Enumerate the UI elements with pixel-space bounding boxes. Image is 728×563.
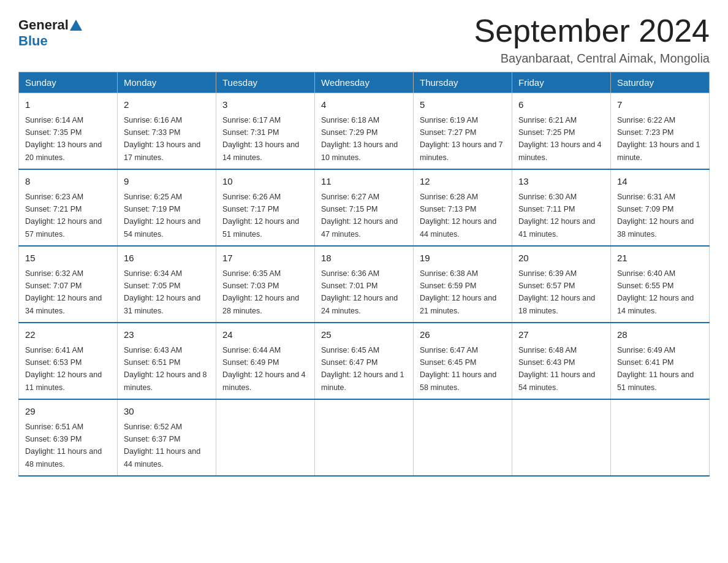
logo-blue-text: Blue [18,33,48,48]
day-number: 15 [25,251,111,266]
calendar-cell: 27 Sunrise: 6:48 AMSunset: 6:43 PMDaylig… [512,323,611,399]
day-info: Sunrise: 6:30 AMSunset: 7:11 PMDaylight:… [518,193,595,239]
weekday-header-monday: Monday [118,72,216,93]
day-info: Sunrise: 6:31 AMSunset: 7:09 PMDaylight:… [617,193,694,239]
calendar-cell [216,399,315,476]
day-number: 30 [124,405,210,419]
calendar-cell: 29 Sunrise: 6:51 AMSunset: 6:39 PMDaylig… [19,399,118,476]
calendar-cell: 8 Sunrise: 6:23 AMSunset: 7:21 PMDayligh… [19,169,118,246]
calendar-week-row: 1 Sunrise: 6:14 AMSunset: 7:35 PMDayligh… [19,93,710,170]
day-info: Sunrise: 6:38 AMSunset: 6:59 PMDaylight:… [420,269,496,315]
day-info: Sunrise: 6:32 AMSunset: 7:07 PMDaylight:… [25,269,102,315]
day-number: 2 [124,98,210,112]
day-number: 8 [25,175,111,189]
day-info: Sunrise: 6:43 AMSunset: 6:51 PMDaylight:… [124,346,207,392]
calendar-cell: 10 Sunrise: 6:26 AMSunset: 7:17 PMDaylig… [216,169,315,246]
calendar-cell: 1 Sunrise: 6:14 AMSunset: 7:35 PMDayligh… [19,93,118,170]
day-info: Sunrise: 6:27 AMSunset: 7:15 PMDaylight:… [321,193,398,239]
calendar-cell: 30 Sunrise: 6:52 AMSunset: 6:37 PMDaylig… [118,399,216,476]
day-info: Sunrise: 6:14 AMSunset: 7:35 PMDaylight:… [25,116,102,162]
calendar-cell [414,399,512,476]
day-number: 7 [617,98,703,112]
day-info: Sunrise: 6:21 AMSunset: 7:25 PMDaylight:… [518,116,602,162]
calendar-week-row: 15 Sunrise: 6:32 AMSunset: 7:07 PMDaylig… [19,246,710,323]
logo-triangle-icon [70,20,82,31]
weekday-header-friday: Friday [512,72,611,93]
day-number: 20 [518,251,604,266]
day-number: 29 [25,405,111,419]
day-number: 17 [222,251,308,266]
calendar-cell: 18 Sunrise: 6:36 AMSunset: 7:01 PMDaylig… [315,246,414,323]
calendar-week-row: 8 Sunrise: 6:23 AMSunset: 7:21 PMDayligh… [19,169,710,246]
day-info: Sunrise: 6:22 AMSunset: 7:23 PMDaylight:… [617,116,700,162]
day-number: 9 [124,175,210,189]
day-info: Sunrise: 6:52 AMSunset: 6:37 PMDaylight:… [124,423,200,469]
calendar-cell: 3 Sunrise: 6:17 AMSunset: 7:31 PMDayligh… [216,93,315,170]
calendar-cell: 23 Sunrise: 6:43 AMSunset: 6:51 PMDaylig… [118,323,216,399]
calendar-cell: 24 Sunrise: 6:44 AMSunset: 6:49 PMDaylig… [216,323,315,399]
weekday-header-wednesday: Wednesday [315,72,414,93]
day-info: Sunrise: 6:34 AMSunset: 7:05 PMDaylight:… [124,269,200,315]
day-number: 24 [222,328,308,342]
day-number: 18 [321,251,407,266]
logo-general-text: General [18,17,69,33]
day-info: Sunrise: 6:23 AMSunset: 7:21 PMDaylight:… [25,193,102,239]
day-info: Sunrise: 6:18 AMSunset: 7:29 PMDaylight:… [321,116,398,162]
calendar-cell [512,399,611,476]
day-info: Sunrise: 6:40 AMSunset: 6:55 PMDaylight:… [617,269,694,315]
day-info: Sunrise: 6:39 AMSunset: 6:57 PMDaylight:… [518,269,595,315]
logo: General Blue [18,17,83,49]
calendar-cell: 4 Sunrise: 6:18 AMSunset: 7:29 PMDayligh… [315,93,414,170]
day-number: 6 [518,98,604,112]
day-number: 1 [25,98,111,112]
day-number: 12 [420,175,506,189]
weekday-header-tuesday: Tuesday [216,72,315,93]
day-number: 23 [124,328,210,342]
location-title: Bayanbaraat, Central Aimak, Mongolia [474,52,710,66]
day-number: 26 [420,328,506,342]
day-info: Sunrise: 6:19 AMSunset: 7:27 PMDaylight:… [420,116,503,162]
day-info: Sunrise: 6:51 AMSunset: 6:39 PMDaylight:… [25,423,102,469]
calendar-header-row: SundayMondayTuesdayWednesdayThursdayFrid… [19,72,710,93]
calendar-week-row: 22 Sunrise: 6:41 AMSunset: 6:53 PMDaylig… [19,323,710,399]
calendar-cell: 16 Sunrise: 6:34 AMSunset: 7:05 PMDaylig… [118,246,216,323]
title-area: September 2024 Bayanbaraat, Central Aima… [474,12,710,66]
day-info: Sunrise: 6:36 AMSunset: 7:01 PMDaylight:… [321,269,398,315]
header: General Blue September 2024 Bayanbaraat,… [18,12,710,66]
day-number: 13 [518,175,604,189]
day-info: Sunrise: 6:35 AMSunset: 7:03 PMDaylight:… [222,269,299,315]
day-info: Sunrise: 6:47 AMSunset: 6:45 PMDaylight:… [420,346,496,392]
day-info: Sunrise: 6:49 AMSunset: 6:41 PMDaylight:… [617,346,694,392]
calendar-cell: 26 Sunrise: 6:47 AMSunset: 6:45 PMDaylig… [414,323,512,399]
day-number: 4 [321,98,407,112]
day-number: 5 [420,98,506,112]
calendar-cell: 5 Sunrise: 6:19 AMSunset: 7:27 PMDayligh… [414,93,512,170]
day-info: Sunrise: 6:17 AMSunset: 7:31 PMDaylight:… [222,116,299,162]
day-info: Sunrise: 6:25 AMSunset: 7:19 PMDaylight:… [124,193,200,239]
calendar-cell: 21 Sunrise: 6:40 AMSunset: 6:55 PMDaylig… [611,246,710,323]
day-number: 21 [617,251,703,266]
calendar-cell: 20 Sunrise: 6:39 AMSunset: 6:57 PMDaylig… [512,246,611,323]
calendar-cell: 25 Sunrise: 6:45 AMSunset: 6:47 PMDaylig… [315,323,414,399]
calendar-cell: 17 Sunrise: 6:35 AMSunset: 7:03 PMDaylig… [216,246,315,323]
calendar-table: SundayMondayTuesdayWednesdayThursdayFrid… [18,72,710,477]
day-info: Sunrise: 6:44 AMSunset: 6:49 PMDaylight:… [222,346,306,392]
month-title: September 2024 [474,12,710,49]
calendar-cell [315,399,414,476]
day-number: 3 [222,98,308,112]
day-info: Sunrise: 6:48 AMSunset: 6:43 PMDaylight:… [518,346,595,392]
calendar-cell: 11 Sunrise: 6:27 AMSunset: 7:15 PMDaylig… [315,169,414,246]
calendar-cell: 2 Sunrise: 6:16 AMSunset: 7:33 PMDayligh… [118,93,216,170]
day-number: 25 [321,328,407,342]
calendar-cell: 6 Sunrise: 6:21 AMSunset: 7:25 PMDayligh… [512,93,611,170]
calendar-cell: 12 Sunrise: 6:28 AMSunset: 7:13 PMDaylig… [414,169,512,246]
weekday-header-thursday: Thursday [414,72,512,93]
calendar-cell: 13 Sunrise: 6:30 AMSunset: 7:11 PMDaylig… [512,169,611,246]
calendar-cell [611,399,710,476]
day-info: Sunrise: 6:26 AMSunset: 7:17 PMDaylight:… [222,193,299,239]
day-info: Sunrise: 6:16 AMSunset: 7:33 PMDaylight:… [124,116,200,162]
day-number: 28 [617,328,703,342]
day-number: 27 [518,328,604,342]
calendar-cell: 28 Sunrise: 6:49 AMSunset: 6:41 PMDaylig… [611,323,710,399]
day-number: 22 [25,328,111,342]
